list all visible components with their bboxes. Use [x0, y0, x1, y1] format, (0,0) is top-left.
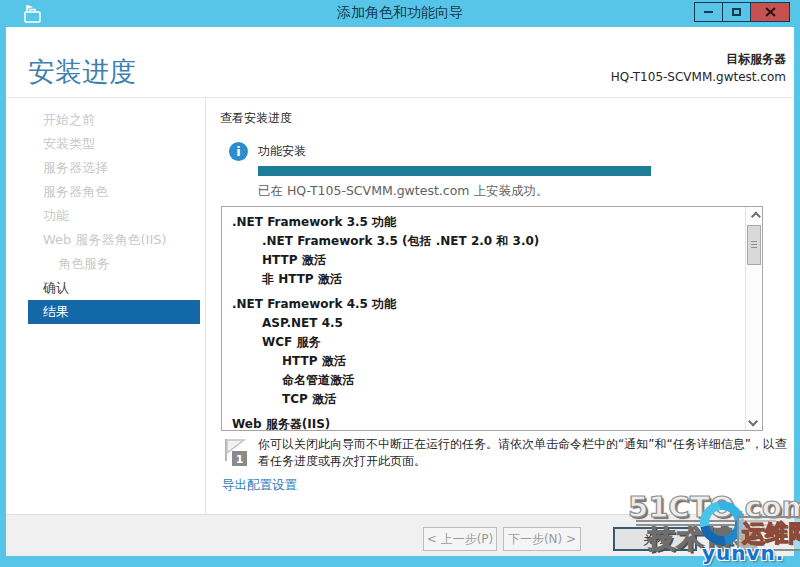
scrollbar[interactable]	[745, 207, 762, 430]
list-item: .NET Framework 3.5 功能	[222, 213, 762, 232]
close-icon	[765, 7, 776, 17]
scroll-down-button[interactable]	[746, 413, 762, 429]
list-item: TCP 激活	[222, 390, 762, 409]
list-item: ASP.NET 4.5	[222, 314, 762, 333]
chevron-down-icon	[748, 416, 758, 426]
sidebar-item-server-roles: 服务器角色	[6, 180, 205, 204]
sidebar-item-role-services: 角色服务	[6, 252, 205, 276]
next-button[interactable]: 下一步(N) >	[503, 527, 581, 551]
section-title: 查看安装进度	[220, 110, 292, 127]
close-window-button[interactable]	[750, 2, 790, 22]
list-item: WCF 服务	[222, 333, 762, 352]
minimize-icon	[704, 11, 713, 13]
close-wizard-note: 你可以关闭此向导而不中断正在运行的任务。请依次单击命令栏中的“通知”和“任务详细…	[258, 436, 790, 470]
watermark-url: yunvn. com	[702, 541, 800, 567]
info-icon: i	[229, 142, 248, 161]
target-server-block: 目标服务器 HQ-T105-SCVMM.gwtest.com	[611, 51, 786, 84]
wizard-window: 添加角色和功能向导 安装进度 目标服务器 HQ-T105-SCVMM.gwtes…	[0, 0, 800, 567]
title-bar: 添加角色和功能向导	[0, 0, 800, 27]
list-item: .NET Framework 3.5 (包括 .NET 2.0 和 3.0)	[222, 232, 762, 251]
window-border-bottom	[0, 556, 800, 567]
installation-results-list[interactable]: .NET Framework 3.5 功能 .NET Framework 3.5…	[221, 206, 763, 431]
progress-message: 已在 HQ-T105-SCVMM.gwtest.com 上安装成功。	[258, 183, 549, 200]
maximize-button[interactable]	[722, 2, 751, 22]
list-item: 命名管道激活	[222, 371, 762, 390]
sidebar-item-before-you-begin: 开始之前	[6, 108, 205, 132]
sidebar-item-results[interactable]: 结果	[28, 300, 200, 324]
list-item: 非 HTTP 激活	[222, 270, 762, 289]
scroll-up-button[interactable]	[746, 208, 762, 224]
chevron-up-icon	[750, 211, 760, 221]
sidebar-item-web-server-role-iis: Web 服务器角色(IIS)	[6, 228, 205, 252]
previous-button[interactable]: < 上一步(P)	[423, 527, 497, 551]
page-title: 安装进度	[28, 54, 136, 90]
minimize-button[interactable]	[694, 2, 723, 22]
scrollbar-thumb[interactable]	[747, 225, 761, 265]
sidebar-divider	[205, 98, 206, 514]
target-server-label: 目标服务器	[611, 51, 786, 68]
sidebar-item-confirmation[interactable]: 确认	[6, 276, 205, 300]
sidebar-item-installation-type: 安装类型	[6, 132, 205, 156]
sidebar-item-features: 功能	[6, 204, 205, 228]
wizard-steps-sidebar: 开始之前 安装类型 服务器选择 服务器角色 功能 Web 服务器角色(IIS) …	[6, 108, 205, 324]
sidebar-item-server-selection: 服务器选择	[6, 156, 205, 180]
list-item: HTTP 激活	[222, 352, 762, 371]
maximize-icon	[732, 8, 741, 16]
export-configuration-link[interactable]: 导出配置设置	[222, 477, 297, 494]
progress-bar-fill	[258, 166, 651, 176]
header-divider	[6, 97, 794, 98]
target-server-name: HQ-T105-SCVMM.gwtest.com	[611, 70, 786, 84]
window-title: 添加角色和功能向导	[0, 4, 800, 22]
list-item: Web 服务器(IIS)	[222, 415, 762, 431]
progress-label: 功能安装	[258, 143, 306, 160]
list-item: HTTP 激活	[222, 251, 762, 270]
list-item: .NET Framework 4.5 功能	[222, 295, 762, 314]
notification-flag-icon: 1	[222, 437, 249, 469]
svg-text:1: 1	[236, 453, 244, 466]
window-border-right	[794, 27, 800, 567]
progress-bar	[258, 166, 651, 176]
